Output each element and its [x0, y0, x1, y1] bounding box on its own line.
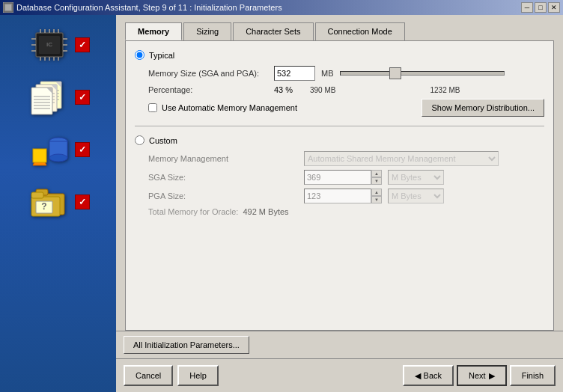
sidebar-item-3: ✓	[27, 131, 90, 168]
tab-sizing[interactable]: Sizing	[183, 22, 231, 40]
checkmark-2: ✓	[75, 90, 90, 105]
sga-spinbox: ▲ ▼	[304, 170, 382, 185]
memory-management-label: Memory Management	[148, 154, 298, 163]
maximize-button[interactable]: □	[535, 2, 547, 13]
sidebar: IC ✓	[0, 15, 116, 392]
footer: Cancel Help ◀ Back Next ▶ Finish	[116, 358, 563, 392]
memory-size-row: Memory Size (SGA and PGA): MB	[148, 66, 544, 81]
chip-icon: IC	[27, 26, 72, 64]
sga-size-row: SGA Size: ▲ ▼ M Bytes	[148, 170, 544, 185]
tab-section: Memory Sizing Character Sets Connection …	[116, 15, 563, 331]
checkmark-4: ✓	[75, 195, 90, 209]
total-value: 492 M Bytes	[243, 207, 288, 216]
bottom-bar: All Initialization Parameters...	[116, 331, 563, 358]
cancel-button[interactable]: Cancel	[124, 365, 173, 386]
tab-character-sets[interactable]: Character Sets	[233, 22, 313, 40]
percentage-row: Percentage: 43 % 390 MB 1232 MB	[148, 85, 544, 94]
back-button[interactable]: ◀ Back	[403, 365, 454, 386]
pga-label: PGA Size:	[148, 192, 298, 200]
tab-bar: Memory Sizing Character Sets Connection …	[125, 22, 554, 40]
footer-right: ◀ Back Next ▶ Finish	[403, 365, 556, 386]
total-label: Total Memory for Oracle:	[148, 207, 238, 216]
pga-down-arrow: ▼	[371, 196, 382, 203]
shapes-icon	[27, 131, 72, 168]
pga-unit-select: M Bytes	[388, 189, 444, 203]
title-bar-buttons[interactable]: ─ □ ✕	[521, 2, 560, 13]
typical-section: Memory Size (SGA and PGA): MB Percentage…	[148, 66, 544, 117]
percentage-label: Percentage:	[148, 85, 268, 94]
pga-spinbox: ▲ ▼	[304, 189, 382, 203]
sidebar-item-1: IC ✓	[27, 26, 90, 64]
divider	[135, 126, 544, 126]
content-area: Memory Sizing Character Sets Connection …	[116, 15, 563, 392]
pga-up-arrow: ▲	[371, 189, 382, 196]
footer-left: Cancel Help	[124, 365, 219, 386]
app-icon	[3, 2, 13, 13]
memory-slider[interactable]	[340, 71, 505, 76]
minimize-button[interactable]: ─	[521, 2, 533, 13]
back-label: Back	[424, 371, 442, 380]
memory-size-input[interactable]	[274, 66, 315, 81]
auto-memory-checkbox-group: Use Automatic Memory Management	[148, 103, 297, 112]
show-memory-button[interactable]: Show Memory Distribution...	[422, 99, 544, 117]
typical-radio[interactable]	[135, 50, 144, 60]
custom-radio[interactable]	[135, 135, 144, 145]
slider-thumb[interactable]	[389, 67, 401, 79]
all-init-params-button[interactable]: All Initialization Parameters...	[124, 336, 249, 354]
typical-radio-group: Typical	[135, 50, 544, 60]
sga-down-arrow: ▼	[371, 177, 382, 185]
sga-unit-select: M Bytes	[388, 170, 444, 185]
svg-text:IC: IC	[46, 41, 52, 48]
checkmark-1: ✓	[75, 37, 90, 52]
pga-arrows: ▲ ▼	[371, 189, 382, 203]
memory-management-select: Automatic Shared Memory Management	[304, 151, 499, 166]
percentage-value: 43 %	[274, 85, 304, 94]
custom-label[interactable]: Custom	[149, 136, 177, 145]
svg-rect-1	[5, 4, 11, 10]
memory-management-row: Memory Management Automatic Shared Memor…	[148, 151, 544, 166]
next-button[interactable]: Next ▶	[457, 365, 507, 386]
pga-size-row: PGA Size: ▲ ▼ M Bytes	[148, 189, 544, 203]
title-bar-left: Database Configuration Assistant, Step 9…	[3, 2, 282, 13]
custom-section: Memory Management Automatic Shared Memor…	[148, 151, 544, 216]
typical-label[interactable]: Typical	[149, 51, 174, 60]
sga-label: SGA Size:	[148, 173, 298, 182]
auto-memory-checkbox[interactable]	[148, 103, 157, 112]
auto-memory-row: Use Automatic Memory Management Show Mem…	[148, 99, 544, 117]
tab-connection-mode[interactable]: Connection Mode	[315, 22, 405, 40]
svg-text:?: ?	[41, 201, 46, 212]
range-max: 1232 MB	[430, 86, 460, 94]
help-button[interactable]: Help	[177, 365, 219, 386]
tab-memory[interactable]: Memory	[125, 22, 182, 40]
svg-rect-33	[31, 88, 52, 114]
sga-input	[304, 170, 371, 185]
close-button[interactable]: ✕	[548, 2, 560, 13]
sidebar-item-2: ✓	[27, 79, 90, 116]
svg-point-42	[49, 154, 67, 162]
title-text: Database Configuration Assistant, Step 9…	[16, 3, 282, 12]
folder-question-icon: ?	[27, 183, 72, 221]
memory-size-label: Memory Size (SGA and PGA):	[148, 69, 268, 78]
document-icon	[27, 79, 72, 116]
main-area: IC ✓	[0, 15, 563, 392]
svg-rect-44	[33, 149, 46, 162]
sidebar-item-4: ? ✓	[27, 183, 90, 221]
finish-button[interactable]: Finish	[510, 365, 556, 386]
auto-memory-label[interactable]: Use Automatic Memory Management	[162, 103, 297, 112]
total-memory-row: Total Memory for Oracle: 492 M Bytes	[148, 207, 544, 216]
next-label: Next	[469, 371, 486, 380]
memory-panel: Typical Memory Size (SGA and PGA): MB	[125, 40, 554, 331]
range-min: 390 MB	[310, 86, 335, 94]
pga-input	[304, 189, 371, 203]
svg-rect-48	[31, 192, 43, 198]
sga-up-arrow: ▲	[371, 170, 382, 177]
checkmark-3: ✓	[75, 142, 90, 157]
back-arrow-icon: ◀	[415, 371, 421, 381]
title-bar: Database Configuration Assistant, Step 9…	[0, 0, 563, 15]
next-arrow-icon: ▶	[489, 371, 495, 381]
custom-radio-group: Custom	[135, 135, 544, 145]
sga-arrows: ▲ ▼	[371, 170, 382, 185]
memory-unit-label: MB	[321, 69, 334, 78]
